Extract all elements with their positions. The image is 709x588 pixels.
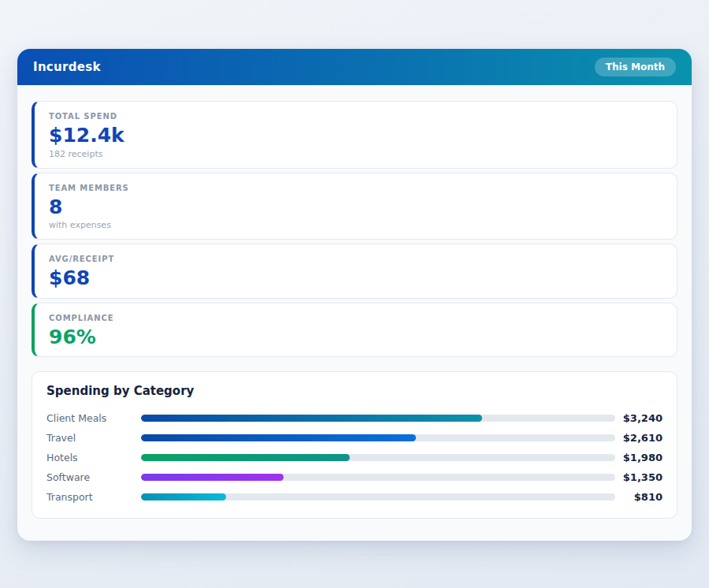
stat-value: $68 [49,267,663,289]
bar-value: $810 [615,491,663,503]
category-label: Client Meals [46,412,141,424]
dashboard-content: TOTAL SPEND $12.4k 182 receipts TEAM MEM… [17,85,692,534]
category-label: Travel [46,432,141,444]
dashboard-card: Incurdesk This Month TOTAL SPEND $12.4k … [17,49,692,541]
category-label: Hotels [46,452,141,463]
category-label: Transport [46,491,141,503]
bar-track [141,415,615,422]
bar-track [141,434,615,441]
bar-value: $1,350 [615,471,663,483]
stat-subtext: with expenses [49,220,663,230]
chart-title: Spending by Category [46,384,663,398]
stat-value: 8 [49,196,663,218]
stat-card-compliance: COMPLIANCE 96% [32,303,677,358]
stat-card-team-members: TEAM MEMBERS 8 with expenses [32,173,677,240]
bar-fill-hotels [141,454,350,461]
chart-row: Software $1,350 [46,467,663,487]
bar-track [141,454,615,461]
stat-value: $12.4k [49,125,663,147]
bar-fill-travel [141,434,416,441]
bar-value: $1,980 [615,452,663,463]
chart-row: Hotels $1,980 [46,448,663,467]
spending-by-category-chart: Spending by Category Client Meals $3,240… [32,371,677,519]
stat-card-total-spend: TOTAL SPEND $12.4k 182 receipts [32,101,677,169]
stat-label: TEAM MEMBERS [49,184,663,192]
this-month-badge[interactable]: This Month [595,58,676,76]
stat-card-avg-receipt: AVG/RECEIPT $68 [32,244,677,299]
bar-track [141,493,615,501]
bar-value: $3,240 [615,412,663,424]
stat-subtext: 182 receipts [49,149,663,159]
stat-value: 96% [49,326,663,348]
category-label: Software [46,471,141,483]
chart-row: Transport $810 [46,487,663,507]
stat-label: COMPLIANCE [49,314,663,322]
bar-track [141,474,615,481]
stat-label: TOTAL SPEND [49,112,663,121]
app-header: Incurdesk This Month [17,49,692,85]
chart-row: Travel $2,610 [46,428,663,448]
bar-fill-software [141,474,284,481]
bar-value: $2,610 [615,432,663,444]
bar-fill-transport [141,493,226,501]
chart-row: Client Meals $3,240 [46,408,663,428]
stat-label: AVG/RECEIPT [49,255,663,263]
app-title: Incurdesk [33,60,101,74]
bar-fill-client-meals [141,415,482,422]
